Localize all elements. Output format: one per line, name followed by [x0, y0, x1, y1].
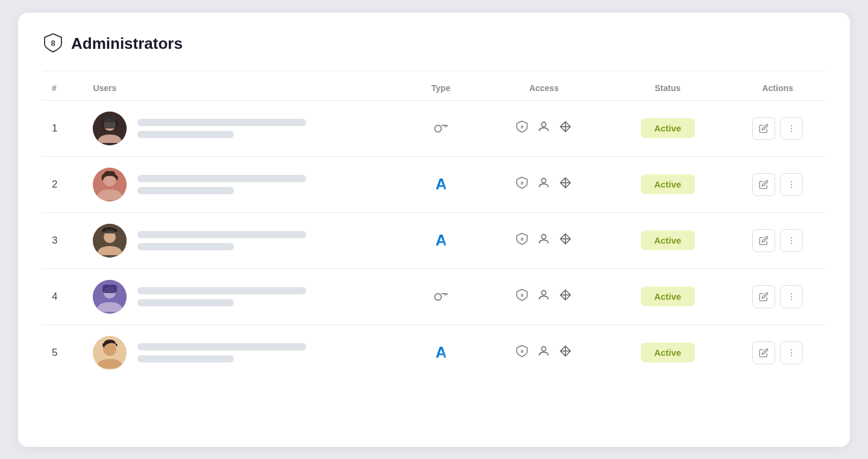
more-button[interactable]: [780, 341, 803, 364]
more-button[interactable]: [780, 229, 803, 252]
user-skeleton: [137, 175, 306, 194]
row-num: 2: [42, 156, 83, 212]
svg-text:8: 8: [51, 39, 55, 48]
row-num: 5: [42, 324, 83, 381]
status-cell: Active: [606, 100, 729, 156]
actions-cell: [729, 156, 826, 212]
table-row: 3: [42, 212, 826, 268]
azure-icon: A: [435, 231, 446, 250]
svg-text:8: 8: [521, 236, 523, 242]
access-icons: 8: [492, 344, 596, 361]
skeleton-bar: [137, 119, 306, 126]
action-buttons: [739, 341, 816, 364]
svg-point-47: [791, 296, 792, 297]
skeleton-bar: [137, 343, 306, 350]
access-cell: 8: [482, 100, 606, 156]
more-button[interactable]: [780, 173, 803, 196]
table-row: 5: [42, 324, 826, 381]
shield-access-icon: 8: [515, 120, 529, 136]
admins-table: # Users Type Access Status Actions 1: [42, 76, 826, 381]
user-cell: [83, 100, 400, 156]
avatar: [93, 224, 127, 258]
svg-rect-27: [105, 229, 115, 233]
person-access-icon: [537, 120, 550, 136]
avatar: [93, 112, 127, 145]
action-buttons: [739, 173, 816, 196]
status-cell: Active: [606, 156, 729, 212]
edit-button[interactable]: [752, 285, 775, 308]
user-cell: [83, 156, 400, 212]
shield-access-icon: 8: [515, 176, 529, 192]
person-access-icon: [537, 288, 550, 305]
svg-point-48: [791, 299, 792, 300]
svg-point-56: [791, 352, 792, 353]
svg-point-38: [435, 293, 442, 300]
status-cell: Active: [606, 212, 729, 268]
diamond-access-icon: [559, 120, 572, 136]
person-access-icon: [537, 344, 550, 361]
azure-icon: A: [435, 343, 446, 362]
col-header-access: Access: [482, 76, 606, 101]
edit-button[interactable]: [752, 117, 775, 140]
row-num: 1: [42, 100, 83, 156]
status-cell: Active: [606, 324, 729, 381]
shield-access-icon: 8: [515, 288, 529, 305]
svg-rect-37: [102, 285, 117, 293]
svg-point-43: [542, 291, 546, 295]
user-skeleton: [137, 287, 306, 306]
action-buttons: [739, 285, 816, 308]
action-buttons: [739, 117, 816, 140]
access-cell: 8: [482, 324, 606, 381]
table-row: 2: [42, 156, 826, 212]
user-info: [93, 224, 390, 258]
row-num: 3: [42, 212, 83, 268]
action-buttons: [739, 229, 816, 252]
svg-point-32: [791, 237, 792, 238]
user-info: [93, 112, 390, 145]
status-badge: Active: [641, 343, 695, 362]
page-header: 8 Administrators: [42, 32, 826, 56]
skeleton-bar: [137, 175, 306, 182]
status-cell: Active: [606, 268, 729, 324]
access-icons: 8: [492, 288, 596, 305]
header-divider: [42, 71, 826, 71]
user-cell: [83, 212, 400, 268]
status-badge: Active: [641, 230, 695, 250]
svg-rect-4: [104, 116, 116, 122]
col-header-users: Users: [83, 76, 400, 101]
type-cell: A: [400, 212, 482, 268]
svg-point-33: [791, 240, 792, 241]
actions-cell: [729, 100, 826, 156]
svg-text:8: 8: [521, 180, 523, 186]
shield-access-icon: 8: [515, 232, 529, 248]
skeleton-bar: [137, 287, 306, 294]
svg-point-10: [542, 122, 546, 127]
edit-button[interactable]: [752, 173, 775, 196]
edit-button[interactable]: [752, 341, 775, 364]
type-cell: [400, 100, 482, 156]
svg-point-46: [791, 293, 792, 294]
diamond-access-icon: [559, 232, 572, 248]
svg-point-14: [791, 128, 792, 129]
actions-cell: [729, 268, 826, 324]
svg-point-22: [791, 181, 792, 182]
svg-point-24: [791, 186, 792, 188]
diamond-access-icon: [559, 344, 572, 361]
access-icons: 8: [492, 176, 596, 192]
access-cell: 8: [482, 268, 606, 324]
diamond-access-icon: [559, 176, 572, 192]
skeleton-bar: [137, 131, 234, 138]
skeleton-bar: [137, 355, 234, 362]
more-button[interactable]: [780, 117, 803, 140]
status-badge: Active: [641, 118, 695, 138]
more-button[interactable]: [780, 285, 803, 308]
svg-text:8: 8: [521, 349, 523, 354]
user-skeleton: [137, 343, 306, 362]
admin-shield-icon: 8: [42, 32, 64, 56]
table-row: 1: [42, 100, 826, 156]
edit-button[interactable]: [752, 229, 775, 252]
avatar: [93, 336, 127, 370]
access-cell: 8: [482, 156, 606, 212]
svg-point-57: [791, 355, 792, 356]
key-icon: [433, 122, 448, 138]
